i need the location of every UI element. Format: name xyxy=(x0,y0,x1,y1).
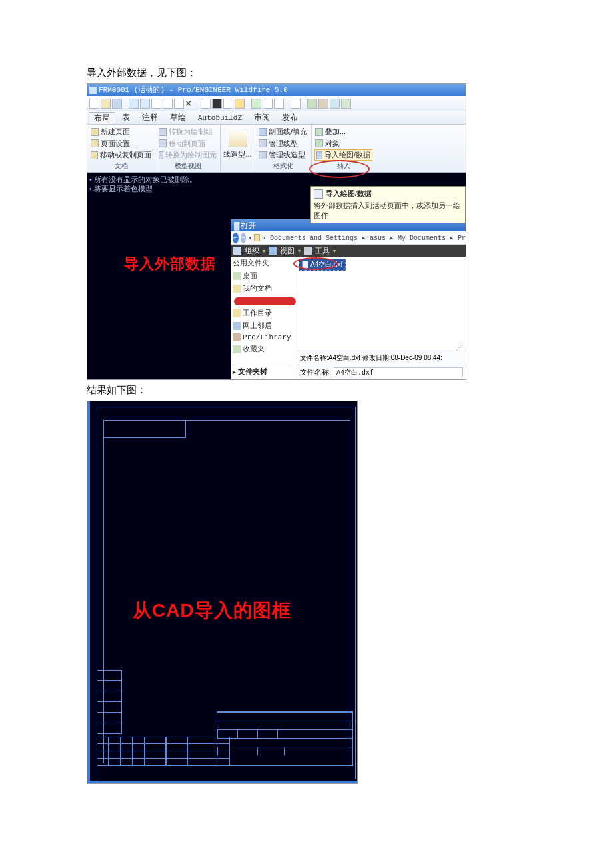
tools-icon xyxy=(304,247,312,255)
sidebar-workdir[interactable]: 工作目录 xyxy=(233,308,293,318)
forward-button[interactable]: → xyxy=(241,233,247,243)
window-title: FRM0001 (活动的) - Pro/ENGINEER Wildfire 5.… xyxy=(99,86,288,94)
window-titlebar[interactable]: FRM0001 (活动的) - Pro/ENGINEER Wildfire 5.… xyxy=(87,84,466,96)
annotation-circle xyxy=(309,160,370,178)
drop-icon[interactable]: ▾ xyxy=(248,234,252,242)
import-drawing-button[interactable]: 导入绘图/数据 xyxy=(314,149,372,161)
tool-icon[interactable] xyxy=(291,99,301,109)
sidebar-prolib[interactable]: Pro/Library xyxy=(233,333,293,341)
tools-button[interactable]: 工具 xyxy=(315,246,330,256)
ribbon-group-format2: 格式化 xyxy=(258,161,308,171)
scrollbar-bottom[interactable] xyxy=(87,781,357,783)
copy-icon[interactable] xyxy=(163,99,173,109)
status-messages: 所有没有显示的对象已被删除。 将要显示着色模型 xyxy=(89,175,197,193)
cut-icon[interactable] xyxy=(151,99,161,109)
mng-linestyle-button[interactable]: 管理线造型 xyxy=(258,149,308,161)
annotation-label: 导入外部数据 xyxy=(124,254,216,274)
tab-sketch[interactable]: 草绘 xyxy=(165,111,191,124)
scrollbar-left[interactable] xyxy=(87,401,90,783)
tool-icon[interactable] xyxy=(341,99,351,109)
section-fill-button[interactable]: 剖面线/填充 xyxy=(258,126,308,137)
tool-icon[interactable] xyxy=(263,99,273,109)
overlay-button[interactable]: 叠加... xyxy=(314,126,372,137)
frame-corner-box xyxy=(104,421,186,438)
org-button[interactable]: 组织 xyxy=(245,246,259,256)
ribbon-tabs: 布局 表 注释 草绘 AutobuildZ 审阅 发布 xyxy=(87,111,466,125)
tool-icon[interactable] xyxy=(212,99,222,109)
move-to-page: 移动到页面 xyxy=(158,138,217,149)
breadcrumb[interactable]: « Documents and Settings ▸ asus ▸ My Doc… xyxy=(262,234,466,242)
file-info: 文件名称:A4空白.dxf 修改日期:08-Dec-09 08:44: xyxy=(297,351,466,365)
sidebar-desktop[interactable]: 桌面 xyxy=(233,271,293,281)
refresh-icon[interactable] xyxy=(251,99,261,109)
annotation-circle-file xyxy=(293,257,338,270)
tool-icon[interactable] xyxy=(318,99,328,109)
view-icon xyxy=(269,247,277,255)
tool-icon[interactable] xyxy=(235,99,245,109)
tab-publish[interactable]: 发布 xyxy=(277,111,303,124)
save-icon[interactable] xyxy=(112,99,122,109)
folder-icon xyxy=(254,234,260,241)
dialog-nav: ← → ▾ « Documents and Settings ▸ asus ▸ … xyxy=(231,231,466,245)
filename-label: 文件名称: xyxy=(300,367,331,377)
move-copy-page-button[interactable]: 移动或复制页面 xyxy=(90,149,152,161)
view-button[interactable]: 视图 xyxy=(280,246,295,256)
screenshot-proe: FRM0001 (活动的) - Pro/ENGINEER Wildfire 5.… xyxy=(87,83,466,380)
tool-icon[interactable] xyxy=(307,99,317,109)
to-draw-group: 转换为绘制组 xyxy=(158,126,217,137)
tab-table[interactable]: 表 xyxy=(117,111,135,124)
tab-review[interactable]: 审阅 xyxy=(249,111,275,124)
frame-titleblock xyxy=(217,711,353,766)
dialog-sidebar: 公用文件夹 桌面 我的文档 工作目录 网上邻居 Pro/Library 收藏夹 … xyxy=(231,257,295,379)
app-icon xyxy=(89,87,97,94)
desktop-icon xyxy=(233,272,241,280)
ribbon: 新建页面 页面设置... 移动或复制页面 文档 转换为绘制组 移动到页面 转换为… xyxy=(87,125,466,173)
sidebar-network[interactable]: 网上邻居 xyxy=(233,321,293,331)
filename-input[interactable] xyxy=(334,367,463,377)
tab-layout[interactable]: 布局 xyxy=(89,112,115,124)
pencil-icon[interactable] xyxy=(229,129,247,147)
redo-icon[interactable] xyxy=(140,99,150,109)
tool-icon[interactable] xyxy=(330,99,340,109)
screenshot-result: 从CAD导入的图框 xyxy=(87,401,358,784)
dialog-toolbar: 组织▾ 视图▾ 工具▾ xyxy=(231,245,466,257)
caption-text-1: 导入外部数据，见下图： xyxy=(87,67,526,79)
quick-toolbar: ✕ xyxy=(87,96,466,111)
filename-row: 文件名称: xyxy=(297,365,466,379)
page-setup-button[interactable]: 页面设置... xyxy=(90,138,152,149)
new-icon[interactable] xyxy=(89,99,99,109)
open-icon[interactable] xyxy=(101,99,111,109)
ribbon-group-model: 模型视图 xyxy=(158,161,217,171)
common-folders-label: 公用文件夹 xyxy=(233,258,293,268)
lib-icon xyxy=(233,333,241,341)
caption-text-2: 结果如下图： xyxy=(87,384,526,397)
zoom-icon[interactable] xyxy=(274,99,284,109)
frame-revision-block xyxy=(97,737,230,766)
folder-icon xyxy=(233,309,241,317)
folder-tree-toggle[interactable]: 文件夹树 xyxy=(233,365,293,378)
tooltip: 导入绘图/数据 将外部数据插入到活动页面中，或添加另一绘图作 xyxy=(310,186,466,223)
undo-icon[interactable] xyxy=(129,99,139,109)
network-icon xyxy=(233,322,241,330)
mng-linetype-button[interactable]: 管理线型 xyxy=(258,138,308,149)
object-button[interactable]: 对象 xyxy=(314,138,372,149)
tab-autobuild[interactable]: AutobuildZ xyxy=(193,113,247,123)
frame-sideboxes xyxy=(97,670,122,737)
sidebar-fav[interactable]: 收藏夹 xyxy=(233,344,293,354)
import-icon xyxy=(314,189,323,199)
tool-icon[interactable] xyxy=(201,99,211,109)
tool-icon[interactable] xyxy=(223,99,233,109)
tab-annotate[interactable]: 注释 xyxy=(137,111,163,124)
paste-icon[interactable] xyxy=(174,99,184,109)
back-button[interactable]: ← xyxy=(233,233,239,243)
org-icon xyxy=(233,247,241,255)
annotation-result-label: 从CAD导入的图框 xyxy=(133,598,291,623)
folder-icon xyxy=(233,285,241,293)
linetype-button[interactable]: 线造型... xyxy=(223,149,252,160)
ribbon-group-doc: 文档 xyxy=(90,161,152,171)
to-draw-elem: 转换为绘制图元 xyxy=(158,149,217,161)
new-page-button[interactable]: 新建页面 xyxy=(90,126,152,137)
sidebar-mydocs[interactable]: 我的文档 xyxy=(233,283,293,293)
annotation-redaction xyxy=(234,297,296,305)
star-icon xyxy=(233,345,241,353)
